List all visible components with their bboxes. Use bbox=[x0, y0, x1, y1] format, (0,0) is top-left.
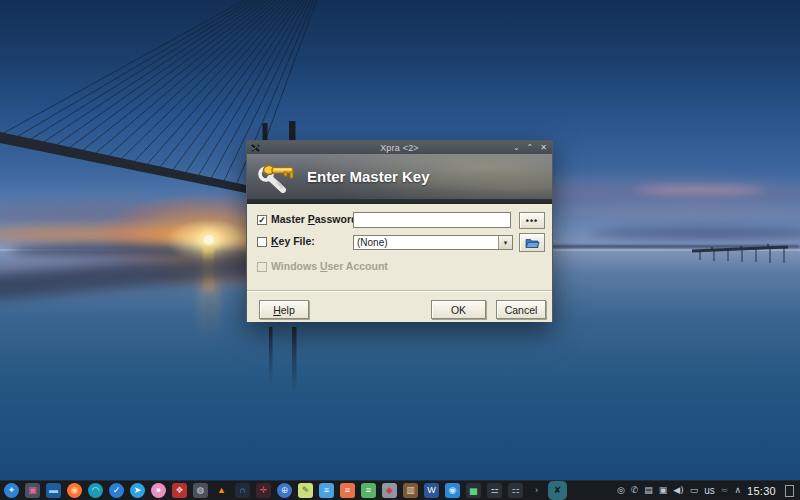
maximize-button[interactable]: ⌃ bbox=[527, 143, 534, 153]
cloud bbox=[635, 186, 765, 194]
sync-check-icon[interactable]: ✓ bbox=[109, 483, 124, 498]
key-file-checkbox[interactable] bbox=[257, 237, 267, 247]
file-manager-icon[interactable]: ▬ bbox=[46, 483, 61, 498]
minimize-button[interactable]: ⌄ bbox=[513, 143, 520, 153]
open-folder-icon bbox=[525, 237, 540, 249]
window-titlebar[interactable]: Xpra <2> ⌄ ⌃ ✕ bbox=[247, 141, 552, 154]
windows-account-label: Windows User Account bbox=[271, 260, 388, 272]
doc-green-icon[interactable]: ≡ bbox=[361, 483, 376, 498]
tray-expand-icon[interactable]: ∧ bbox=[734, 486, 741, 495]
close-button[interactable]: ✕ bbox=[540, 143, 547, 153]
taskbar: ✦▣▬◉◠✓➤●❖◍▲∩✛⊕✎≡≡≡◆▥W◉▅⚍⚏›✘ ◎✆▤▣◀)▭ us ≈… bbox=[0, 480, 800, 500]
cancel-button[interactable]: Cancel bbox=[496, 300, 546, 319]
globe-browser-icon[interactable]: ⊕ bbox=[277, 483, 292, 498]
app-launcher-icon[interactable]: ✦ bbox=[4, 483, 19, 498]
telegram-icon[interactable]: ➤ bbox=[130, 483, 145, 498]
screencast-tray-icon[interactable]: ◎ bbox=[617, 486, 625, 495]
edge-icon[interactable]: ◠ bbox=[88, 483, 103, 498]
keyboard-tray-icon[interactable]: ▭ bbox=[690, 486, 699, 495]
master-password-label: Master Password: bbox=[271, 213, 361, 225]
screenshot-tray-icon[interactable]: ▣ bbox=[659, 486, 668, 495]
windows-account-checkbox bbox=[257, 262, 267, 272]
dialog-banner: Enter Master Key bbox=[247, 154, 552, 199]
pink-app-icon[interactable]: ● bbox=[151, 483, 166, 498]
help-button[interactable]: Help bbox=[259, 300, 309, 319]
key-icon bbox=[257, 161, 297, 193]
gimp-icon[interactable]: ◍ bbox=[193, 483, 208, 498]
key-file-dropdown[interactable]: (None) ▼ bbox=[353, 235, 513, 250]
word-app-icon[interactable]: W bbox=[424, 483, 439, 498]
xpra-task-icon[interactable]: ✘ bbox=[550, 483, 565, 498]
button-separator bbox=[247, 290, 552, 292]
phone-tray-icon[interactable]: ✆ bbox=[631, 486, 639, 495]
screen-recorder-icon[interactable]: ▣ bbox=[25, 483, 40, 498]
volume-tray-icon[interactable]: ◀) bbox=[673, 486, 683, 495]
key-file-label: Key File: bbox=[271, 235, 315, 247]
sliders-icon[interactable]: ⚍ bbox=[487, 483, 502, 498]
wifi-icon[interactable]: ≈ bbox=[721, 486, 729, 495]
photos-app-icon[interactable]: ◉ bbox=[445, 483, 460, 498]
show-password-button[interactable]: ••• bbox=[519, 212, 545, 229]
media-tools-icon[interactable]: ✛ bbox=[256, 483, 271, 498]
desktop: Xpra <2> ⌄ ⌃ ✕ Enter Master Key bbox=[0, 0, 800, 500]
tray-icons: ◎✆▤▣◀)▭ bbox=[617, 486, 698, 495]
library-icon[interactable]: ▥ bbox=[403, 483, 418, 498]
dialog-heading: Enter Master Key bbox=[307, 168, 430, 185]
sun bbox=[204, 235, 214, 245]
browse-key-file-button[interactable] bbox=[519, 233, 545, 252]
red-app-icon[interactable]: ❖ bbox=[172, 483, 187, 498]
doc-orange-icon[interactable]: ≡ bbox=[340, 483, 355, 498]
system-tray: ◎✆▤▣◀)▭ us ≈ ∧ 15:30 bbox=[617, 485, 800, 497]
show-desktop-button[interactable] bbox=[785, 485, 794, 497]
dialog-body: Master Password: ••• Key File: (None) ▼ … bbox=[247, 204, 552, 322]
keyboard-layout-indicator[interactable]: us bbox=[704, 485, 715, 496]
master-password-input[interactable] bbox=[353, 212, 511, 228]
dropdown-arrow-icon[interactable]: ▼ bbox=[498, 236, 512, 249]
firefox-icon[interactable]: ◉ bbox=[67, 483, 82, 498]
toggles-icon[interactable]: ⚏ bbox=[508, 483, 523, 498]
system-monitor-icon[interactable]: ▅ bbox=[466, 483, 481, 498]
pdf-viewer-icon[interactable]: ◆ bbox=[382, 483, 397, 498]
headphones-icon[interactable]: ∩ bbox=[235, 483, 250, 498]
window-title: Xpra <2> bbox=[247, 143, 552, 153]
overflow-chevron-icon[interactable]: › bbox=[529, 483, 544, 498]
notes-app-icon[interactable]: ✎ bbox=[298, 483, 313, 498]
enter-master-key-dialog: Xpra <2> ⌄ ⌃ ✕ Enter Master Key bbox=[246, 140, 553, 322]
wallpaper-distant-land bbox=[545, 245, 800, 248]
taskbar-launchers: ✦▣▬◉◠✓➤●❖◍▲∩✛⊕✎≡≡≡◆▥W◉▅⚍⚏›✘ bbox=[0, 483, 565, 498]
master-password-checkbox[interactable] bbox=[257, 215, 267, 225]
ok-button[interactable]: OK bbox=[431, 300, 486, 319]
doc-blue-icon[interactable]: ≡ bbox=[319, 483, 334, 498]
clipboard-tray-icon[interactable]: ▤ bbox=[644, 486, 653, 495]
clock[interactable]: 15:30 bbox=[747, 485, 776, 497]
key-file-value: (None) bbox=[354, 237, 498, 248]
vlc-icon[interactable]: ▲ bbox=[214, 483, 229, 498]
